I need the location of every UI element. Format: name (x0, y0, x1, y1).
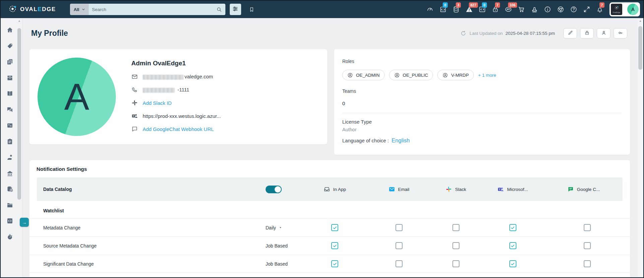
role-badge[interactable]: V-MRDP (437, 70, 474, 80)
checkbox-cell (367, 260, 431, 267)
add-gchat-webhook-link[interactable]: Add GoogleChat Webhook URL (143, 126, 214, 132)
language-value[interactable]: English (391, 137, 410, 144)
change-password-button[interactable] (580, 28, 594, 39)
notification-checkbox[interactable] (331, 224, 338, 231)
notification-checkbox[interactable] (331, 242, 338, 249)
frequency-label: Job Based (266, 261, 288, 267)
notification-checkbox[interactable] (396, 260, 403, 267)
advanced-search-button[interactable] (230, 4, 241, 15)
alerts-button[interactable]: 827 (465, 5, 473, 13)
notification-checkbox[interactable] (452, 242, 459, 249)
svg-text:API: API (507, 8, 510, 10)
help-button[interactable] (570, 5, 578, 13)
notification-checkbox[interactable] (452, 260, 459, 267)
notifications-button[interactable]: 7 (596, 5, 604, 13)
edit-profile-button[interactable] (563, 28, 577, 39)
more-roles-link[interactable]: + 1 more (478, 73, 496, 78)
notification-checkbox[interactable] (396, 242, 403, 249)
browser-extension-button[interactable] (557, 5, 565, 13)
sidebar-expand-button[interactable]: → (20, 218, 29, 227)
sidebar-item-collaboration[interactable] (6, 106, 14, 113)
user-circle-icon (394, 72, 400, 78)
profile-details-card: Roles OE_ADMINOE_PUBLICV-MRDP+ 1 more Te… (334, 49, 630, 155)
chrome-icon (557, 6, 565, 13)
clipboard-icon (6, 138, 14, 145)
catalog-icon (6, 74, 14, 81)
user-profile-chip[interactable]: OvalEdge A (610, 2, 640, 16)
notification-checkbox[interactable] (584, 224, 591, 231)
sidebar-scrollbar-thumb[interactable] (17, 28, 21, 200)
search-input[interactable] (92, 7, 216, 12)
data-alerts-button[interactable]: 3 (452, 5, 460, 13)
scroll-up-arrow-icon[interactable]: ▲ (17, 19, 21, 23)
sidebar-item-projects[interactable] (6, 138, 14, 145)
sidebar-item-tags[interactable] (6, 43, 14, 50)
scheduled-jobs-button[interactable]: 0 (439, 5, 447, 13)
teams-count: 0 (342, 100, 622, 106)
notification-checkbox[interactable] (509, 260, 516, 267)
sidebar-scrollbar[interactable]: ▲ (17, 19, 21, 276)
lock-icon (584, 30, 590, 37)
health-dashboard-button[interactable] (426, 5, 434, 13)
sidebar-item-data-quality[interactable] (6, 186, 14, 193)
page-scrollbar[interactable]: ▲ (638, 19, 643, 277)
sidebar-item-home[interactable] (6, 26, 14, 33)
page-scrollbar-thumb[interactable] (638, 26, 642, 70)
arrow-right-icon: → (22, 220, 27, 225)
notification-checkbox[interactable] (509, 224, 516, 231)
sidebar-item-certifications[interactable] (6, 58, 14, 65)
saved-searches-button[interactable] (249, 7, 255, 12)
api-button[interactable]: API106 (504, 5, 512, 13)
queries-button[interactable]: 0 (478, 5, 486, 13)
scroll-up-arrow-icon[interactable]: ▲ (638, 19, 643, 23)
notification-checkbox[interactable] (584, 260, 591, 267)
fullscreen-button[interactable] (583, 5, 591, 13)
ovaledge-logo[interactable]: OVALEDGE (8, 4, 56, 15)
frequency-dropdown[interactable]: Daily (266, 225, 302, 230)
sidebar-item-query-sheet[interactable] (6, 217, 14, 224)
user-account-button[interactable] (597, 28, 611, 39)
teams-webhook-value[interactable]: https://prod-xxx.westus.logic.azur... (143, 113, 221, 119)
role-badge[interactable]: OE_PUBLIC (389, 70, 433, 80)
channel-header: Slack (431, 186, 481, 193)
info-button[interactable] (544, 5, 552, 13)
access-key-button[interactable] (614, 28, 627, 39)
notification-checkbox[interactable] (584, 242, 591, 249)
notification-checkbox[interactable] (396, 224, 403, 231)
role-badge[interactable]: OE_ADMIN (342, 70, 385, 80)
ovaledge-mini-logo-icon (614, 5, 619, 11)
notification-settings-title: Notification Settings (37, 166, 630, 172)
notification-checkbox[interactable] (452, 224, 459, 231)
inbox-icon (324, 186, 330, 193)
sidebar-item-jobs[interactable] (6, 233, 14, 240)
ovaledge-logo-icon (8, 4, 17, 15)
timer-icon (6, 233, 14, 240)
checkbox-cell (302, 260, 367, 267)
notification-checkbox[interactable] (331, 260, 338, 267)
search-scope-dropdown[interactable]: All (70, 4, 89, 15)
avatar[interactable]: A (627, 4, 639, 15)
category-label: Data Catalog (37, 187, 266, 192)
bookmark-icon (249, 7, 255, 12)
sidebar-item-data-catalog[interactable] (6, 74, 14, 81)
sidebar-item-business-glossary[interactable] (6, 90, 14, 97)
sidebar-item-governance[interactable] (6, 154, 14, 161)
toggle-knob (275, 186, 281, 193)
notification-checkbox[interactable] (509, 242, 516, 249)
page-title: My Profile (31, 29, 68, 38)
left-sidebar: ▲ (1, 18, 23, 277)
checkbox-cell (367, 224, 431, 231)
watchlist-row: Source Metadata ChangeJob Based (29, 237, 630, 255)
security-button[interactable]: 7 (491, 5, 499, 13)
sidebar-item-data-stories[interactable] (6, 122, 14, 129)
checkbox-cell (431, 224, 481, 231)
approvals-button[interactable] (530, 5, 539, 13)
google-chat-icon (131, 126, 138, 132)
checkbox-cell (302, 224, 367, 231)
data-catalog-toggle[interactable] (266, 186, 282, 193)
sidebar-item-file-manager[interactable] (6, 202, 14, 209)
sidebar-item-compliance[interactable] (6, 170, 14, 177)
cart-button[interactable] (517, 5, 525, 13)
add-slack-id-link[interactable]: Add Slack ID (143, 100, 172, 106)
profile-card: A Admin OvalEdge1 valedge.com -1111 Add … (29, 49, 327, 144)
